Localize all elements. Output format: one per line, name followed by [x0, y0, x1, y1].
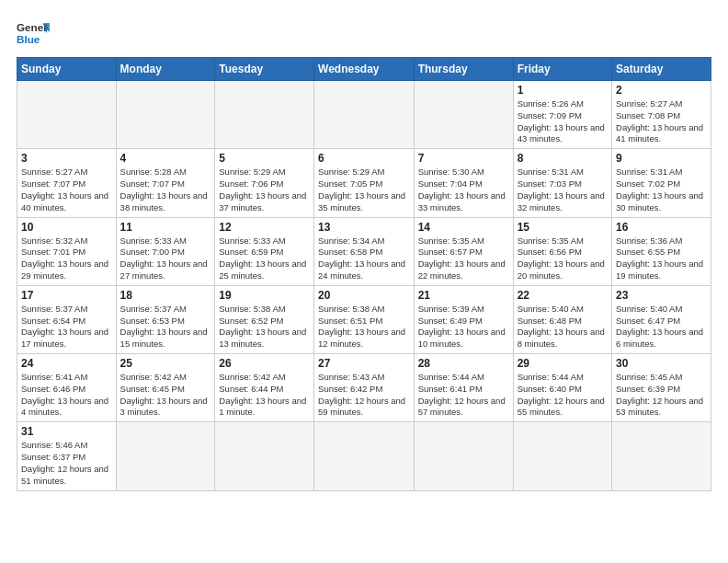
calendar-cell	[17, 81, 117, 149]
calendar-cell	[314, 422, 415, 490]
weekday-header-friday: Friday	[513, 58, 611, 81]
day-number: 31	[21, 425, 112, 438]
day-info: Sunrise: 5:42 AM Sunset: 6:45 PM Dayligh…	[120, 372, 211, 419]
calendar-cell: 31Sunrise: 5:46 AM Sunset: 6:37 PM Dayli…	[17, 422, 117, 490]
day-info: Sunrise: 5:38 AM Sunset: 6:51 PM Dayligh…	[318, 304, 410, 350]
day-number: 15	[518, 221, 608, 234]
day-info: Sunrise: 5:26 AM Sunset: 7:09 PM Dayligh…	[518, 98, 608, 145]
day-info: Sunrise: 5:27 AM Sunset: 7:08 PM Dayligh…	[616, 98, 707, 145]
day-number: 25	[120, 357, 211, 370]
calendar-cell: 10Sunrise: 5:32 AM Sunset: 7:01 PM Dayli…	[17, 217, 117, 285]
day-info: Sunrise: 5:36 AM Sunset: 6:55 PM Dayligh…	[616, 236, 707, 282]
day-info: Sunrise: 5:27 AM Sunset: 7:07 PM Dayligh…	[21, 167, 112, 213]
weekday-header-sunday: Sunday	[17, 58, 117, 81]
calendar-cell: 15Sunrise: 5:35 AM Sunset: 6:56 PM Dayli…	[513, 217, 611, 285]
day-info: Sunrise: 5:39 AM Sunset: 6:49 PM Dayligh…	[418, 304, 509, 350]
day-info: Sunrise: 5:29 AM Sunset: 7:05 PM Dayligh…	[318, 167, 410, 213]
day-number: 30	[616, 357, 707, 370]
day-info: Sunrise: 5:31 AM Sunset: 7:03 PM Dayligh…	[518, 167, 608, 213]
calendar-cell: 5Sunrise: 5:29 AM Sunset: 7:06 PM Daylig…	[215, 149, 314, 217]
day-info: Sunrise: 5:46 AM Sunset: 6:37 PM Dayligh…	[21, 440, 112, 487]
calendar-cell: 20Sunrise: 5:38 AM Sunset: 6:51 PM Dayli…	[314, 285, 415, 353]
day-number: 8	[518, 152, 608, 165]
calendar-cell: 8Sunrise: 5:31 AM Sunset: 7:03 PM Daylig…	[513, 149, 611, 217]
calendar-cell: 7Sunrise: 5:30 AM Sunset: 7:04 PM Daylig…	[414, 149, 513, 217]
calendar-cell: 19Sunrise: 5:38 AM Sunset: 6:52 PM Dayli…	[215, 285, 314, 353]
calendar-cell	[513, 422, 611, 490]
calendar-cell: 18Sunrise: 5:37 AM Sunset: 6:53 PM Dayli…	[116, 285, 215, 353]
day-info: Sunrise: 5:35 AM Sunset: 6:56 PM Dayligh…	[518, 236, 608, 282]
logo-icon: General Blue	[17, 17, 50, 50]
day-info: Sunrise: 5:40 AM Sunset: 6:47 PM Dayligh…	[616, 304, 707, 350]
day-number: 21	[418, 289, 509, 302]
calendar-cell	[414, 81, 513, 149]
calendar-cell: 14Sunrise: 5:35 AM Sunset: 6:57 PM Dayli…	[414, 217, 513, 285]
weekday-header-row: SundayMondayTuesdayWednesdayThursdayFrid…	[17, 58, 711, 81]
calendar-cell: 17Sunrise: 5:37 AM Sunset: 6:54 PM Dayli…	[17, 285, 117, 353]
day-number: 24	[21, 357, 112, 370]
calendar-cell: 23Sunrise: 5:40 AM Sunset: 6:47 PM Dayli…	[612, 285, 711, 353]
day-info: Sunrise: 5:30 AM Sunset: 7:04 PM Dayligh…	[418, 167, 509, 213]
day-number: 13	[318, 221, 410, 234]
day-number: 20	[318, 289, 410, 302]
calendar-cell: 12Sunrise: 5:33 AM Sunset: 6:59 PM Dayli…	[215, 217, 314, 285]
header: General Blue	[17, 17, 711, 50]
day-info: Sunrise: 5:35 AM Sunset: 6:57 PM Dayligh…	[418, 236, 509, 282]
calendar-cell: 16Sunrise: 5:36 AM Sunset: 6:55 PM Dayli…	[612, 217, 711, 285]
day-number: 12	[219, 221, 310, 234]
calendar-cell	[414, 422, 513, 490]
weekday-header-saturday: Saturday	[612, 58, 711, 81]
calendar-cell: 6Sunrise: 5:29 AM Sunset: 7:05 PM Daylig…	[314, 149, 415, 217]
day-info: Sunrise: 5:29 AM Sunset: 7:06 PM Dayligh…	[219, 167, 310, 213]
calendar-cell: 13Sunrise: 5:34 AM Sunset: 6:58 PM Dayli…	[314, 217, 415, 285]
calendar: SundayMondayTuesdayWednesdayThursdayFrid…	[17, 57, 711, 491]
day-number: 17	[21, 289, 112, 302]
day-number: 23	[616, 289, 707, 302]
day-info: Sunrise: 5:34 AM Sunset: 6:58 PM Dayligh…	[318, 236, 410, 282]
day-info: Sunrise: 5:33 AM Sunset: 6:59 PM Dayligh…	[219, 236, 310, 282]
calendar-cell: 24Sunrise: 5:41 AM Sunset: 6:46 PM Dayli…	[17, 354, 117, 422]
day-info: Sunrise: 5:33 AM Sunset: 7:00 PM Dayligh…	[120, 236, 211, 282]
day-number: 16	[616, 221, 707, 234]
calendar-cell: 1Sunrise: 5:26 AM Sunset: 7:09 PM Daylig…	[513, 81, 611, 149]
calendar-cell: 3Sunrise: 5:27 AM Sunset: 7:07 PM Daylig…	[17, 149, 117, 217]
weekday-header-tuesday: Tuesday	[215, 58, 314, 81]
calendar-cell	[314, 81, 415, 149]
day-number: 26	[219, 357, 310, 370]
weekday-header-monday: Monday	[116, 58, 215, 81]
day-number: 19	[219, 289, 310, 302]
day-number: 2	[616, 84, 707, 97]
calendar-cell	[612, 422, 711, 490]
calendar-cell	[215, 81, 314, 149]
day-number: 10	[21, 221, 112, 234]
day-number: 28	[418, 357, 509, 370]
calendar-cell	[116, 81, 215, 149]
calendar-cell: 21Sunrise: 5:39 AM Sunset: 6:49 PM Dayli…	[414, 285, 513, 353]
calendar-cell: 2Sunrise: 5:27 AM Sunset: 7:08 PM Daylig…	[612, 81, 711, 149]
calendar-cell	[215, 422, 314, 490]
day-info: Sunrise: 5:44 AM Sunset: 6:40 PM Dayligh…	[518, 372, 608, 419]
day-number: 6	[318, 152, 410, 165]
weekday-header-wednesday: Wednesday	[314, 58, 415, 81]
day-info: Sunrise: 5:31 AM Sunset: 7:02 PM Dayligh…	[616, 167, 707, 213]
day-info: Sunrise: 5:41 AM Sunset: 6:46 PM Dayligh…	[21, 372, 112, 419]
day-number: 14	[418, 221, 509, 234]
calendar-cell: 26Sunrise: 5:42 AM Sunset: 6:44 PM Dayli…	[215, 354, 314, 422]
calendar-cell: 22Sunrise: 5:40 AM Sunset: 6:48 PM Dayli…	[513, 285, 611, 353]
day-number: 3	[21, 152, 112, 165]
day-number: 11	[120, 221, 211, 234]
day-info: Sunrise: 5:32 AM Sunset: 7:01 PM Dayligh…	[21, 236, 112, 282]
day-info: Sunrise: 5:40 AM Sunset: 6:48 PM Dayligh…	[518, 304, 608, 350]
day-number: 22	[518, 289, 608, 302]
day-number: 7	[418, 152, 509, 165]
day-info: Sunrise: 5:37 AM Sunset: 6:54 PM Dayligh…	[21, 304, 112, 350]
day-info: Sunrise: 5:43 AM Sunset: 6:42 PM Dayligh…	[318, 372, 410, 419]
day-info: Sunrise: 5:45 AM Sunset: 6:39 PM Dayligh…	[616, 372, 707, 419]
calendar-cell	[116, 422, 215, 490]
calendar-cell: 4Sunrise: 5:28 AM Sunset: 7:07 PM Daylig…	[116, 149, 215, 217]
calendar-cell: 25Sunrise: 5:42 AM Sunset: 6:45 PM Dayli…	[116, 354, 215, 422]
calendar-cell: 27Sunrise: 5:43 AM Sunset: 6:42 PM Dayli…	[314, 354, 415, 422]
calendar-cell: 9Sunrise: 5:31 AM Sunset: 7:02 PM Daylig…	[612, 149, 711, 217]
calendar-cell: 28Sunrise: 5:44 AM Sunset: 6:41 PM Dayli…	[414, 354, 513, 422]
day-number: 4	[120, 152, 211, 165]
